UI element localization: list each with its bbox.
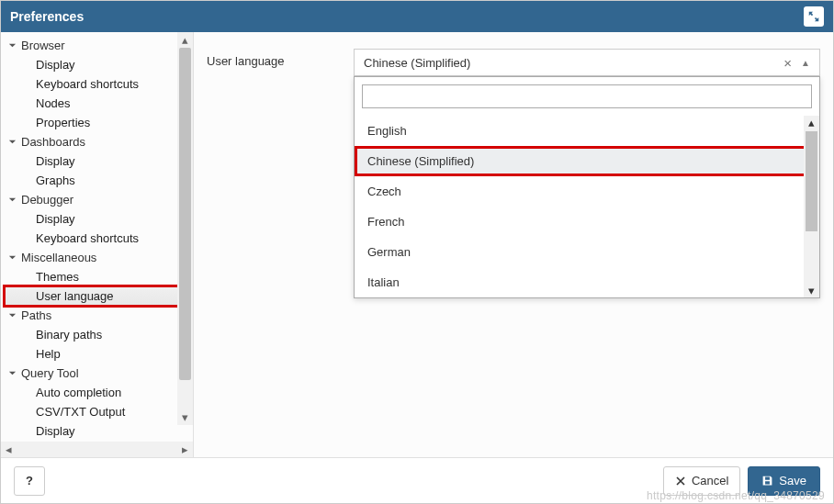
scroll-right-icon[interactable]: ▸ [177, 442, 193, 457]
dialog-title: Preferences [10, 9, 84, 24]
save-icon [761, 475, 773, 487]
chevron-down-icon [8, 196, 17, 204]
sidebar-tree[interactable]: BrowserDisplayKeyboard shortcutsNodesPro… [5, 36, 193, 441]
sidebar-scrollbar-horizontal[interactable]: ◂ ▸ [1, 442, 193, 457]
scroll-down-icon[interactable]: ▾ [177, 409, 193, 425]
tree-group[interactable]: Miscellaneous [5, 248, 193, 267]
chevron-down-icon [8, 138, 17, 146]
close-icon [675, 476, 686, 487]
dropdown-option[interactable]: Chinese (Simplified) [355, 146, 819, 176]
question-icon: ? [26, 474, 33, 487]
tree-group-label: Dashboards [21, 135, 85, 149]
sidebar-tree-wrap: BrowserDisplayKeyboard shortcutsNodesPro… [1, 32, 193, 442]
footer: ? https://blog.csdn.net/qq_34870529 Canc… [1, 457, 833, 503]
language-select[interactable]: Chinese (Simplified) × ▲ [354, 49, 820, 76]
tree-item[interactable]: Keyboard shortcuts [5, 74, 193, 94]
dropdown-option[interactable]: English [355, 116, 819, 146]
expand-icon [807, 10, 820, 23]
tree-item[interactable]: CSV/TXT Output [5, 402, 193, 421]
tree-item[interactable]: Display [5, 421, 193, 441]
chevron-down-icon [8, 41, 17, 50]
scroll-down-icon[interactable]: ▾ [808, 284, 815, 297]
scroll-left-icon[interactable]: ◂ [1, 442, 17, 457]
tree-item[interactable]: User language [5, 286, 193, 306]
save-label: Save [779, 474, 806, 487]
clear-icon[interactable]: × [778, 55, 797, 71]
chevron-down-icon [8, 253, 17, 262]
preferences-dialog: Preferences BrowserDisplayKeyboard short… [0, 0, 834, 504]
tree-item[interactable]: Nodes [5, 94, 193, 113]
cancel-label: Cancel [692, 474, 728, 487]
cancel-button[interactable]: Cancel [663, 466, 740, 496]
field-control: Chinese (Simplified) × ▲ EnglishChinese … [354, 49, 820, 76]
tree-item[interactable]: Display [5, 209, 193, 229]
maximize-button[interactable] [804, 6, 824, 27]
dropdown-option[interactable]: Italian [355, 267, 819, 297]
chevron-down-icon [8, 311, 17, 319]
scroll-track-x[interactable] [17, 442, 177, 457]
tree-item[interactable]: Properties [5, 113, 193, 132]
dropdown-option[interactable]: Czech [355, 176, 819, 207]
tree-group[interactable]: Debugger [5, 190, 193, 209]
tree-group-label: Miscellaneous [21, 251, 96, 264]
tree-item[interactable]: Keyboard shortcuts [5, 229, 193, 248]
select-value: Chinese (Simplified) [364, 56, 778, 70]
help-button[interactable]: ? [14, 466, 45, 496]
titlebar: Preferences [1, 1, 833, 32]
chevron-up-icon[interactable]: ▲ [797, 58, 810, 68]
tree-item[interactable]: Help [5, 344, 193, 364]
dialog-body: BrowserDisplayKeyboard shortcutsNodesPro… [1, 32, 833, 457]
scroll-thumb[interactable] [806, 131, 817, 231]
dropdown-option[interactable]: German [355, 237, 819, 267]
tree-item[interactable]: Themes [5, 267, 193, 286]
tree-item[interactable]: Display [5, 55, 193, 74]
tree-group[interactable]: Dashboards [5, 132, 193, 151]
tree-item[interactable]: Auto completion [5, 383, 193, 402]
dropdown-options: EnglishChinese (Simplified)CzechFrenchGe… [355, 116, 819, 297]
tree-group[interactable]: Paths [5, 306, 193, 325]
tree-group-label: Debugger [21, 193, 73, 207]
dropdown-search-wrap [355, 77, 819, 116]
sidebar: BrowserDisplayKeyboard shortcutsNodesPro… [1, 32, 194, 457]
scroll-up-icon[interactable]: ▴ [177, 32, 193, 48]
save-button[interactable]: Save [748, 466, 820, 496]
sidebar-scrollbar-vertical[interactable]: ▴ ▾ [177, 32, 193, 425]
dropdown-scrollbar[interactable]: ▴ ▾ [804, 116, 819, 297]
scroll-thumb[interactable] [179, 48, 191, 380]
tree-group-label: Query Tool [21, 366, 79, 380]
content-pane: User language Chinese (Simplified) × ▲ E… [194, 32, 833, 457]
language-dropdown: EnglishChinese (Simplified)CzechFrenchGe… [354, 76, 820, 298]
tree-item[interactable]: Graphs [5, 171, 193, 190]
scroll-track[interactable] [177, 48, 193, 409]
chevron-down-icon [8, 369, 17, 377]
tree-group[interactable]: Browser [5, 36, 193, 55]
dropdown-option[interactable]: French [355, 207, 819, 237]
tree-item[interactable]: Display [5, 151, 193, 171]
tree-group-label: Paths [21, 308, 51, 322]
field-row-user-language: User language Chinese (Simplified) × ▲ E… [207, 49, 820, 76]
dropdown-search-input[interactable] [362, 84, 812, 108]
tree-group-label: Browser [21, 39, 65, 52]
tree-item[interactable]: Binary paths [5, 325, 193, 344]
scroll-up-icon[interactable]: ▴ [808, 116, 815, 129]
field-label: User language [207, 49, 335, 68]
tree-group[interactable]: Query Tool [5, 364, 193, 383]
